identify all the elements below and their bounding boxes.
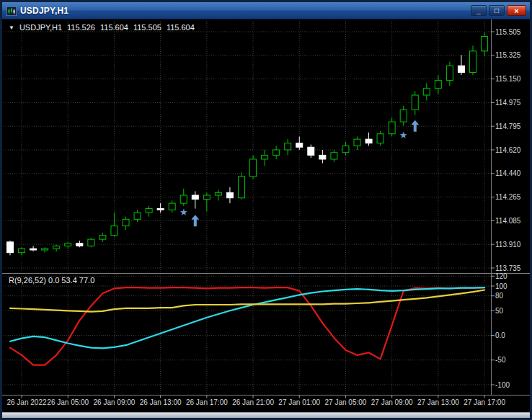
chart-body: ★★26 Jan 202226 Jan 05:0026 Jan 09:0026 … bbox=[2, 19, 530, 412]
svg-text:113.735: 113.735 bbox=[495, 264, 521, 272]
svg-text:114.975: 114.975 bbox=[495, 99, 521, 107]
svg-text:26 Jan 21:00: 26 Jan 21:00 bbox=[232, 398, 274, 406]
svg-text:26 Jan 13:00: 26 Jan 13:00 bbox=[140, 398, 182, 406]
window-title-bar[interactable]: USDJPY,H1 _ □ × bbox=[2, 2, 530, 19]
restore-button[interactable]: □ bbox=[489, 5, 505, 16]
candlesticks bbox=[7, 32, 488, 255]
svg-text:114.265: 114.265 bbox=[495, 193, 521, 201]
minimize-button[interactable]: _ bbox=[471, 5, 487, 16]
svg-text:27 Jan 17:00: 27 Jan 17:00 bbox=[464, 398, 505, 406]
indicator-lines bbox=[10, 287, 484, 365]
close-button[interactable]: × bbox=[507, 5, 526, 16]
svg-text:26 Jan 2022: 26 Jan 2022 bbox=[6, 398, 46, 406]
buy-star-signal: ★ bbox=[179, 207, 188, 218]
svg-text:26 Jan 09:00: 26 Jan 09:00 bbox=[94, 398, 136, 406]
svg-text:27 Jan 01:00: 27 Jan 01:00 bbox=[278, 398, 320, 406]
svg-text:100: 100 bbox=[495, 282, 507, 290]
symbol-dropdown-marker[interactable]: ▼ bbox=[9, 24, 14, 31]
svg-text:0.0: 0.0 bbox=[495, 331, 505, 339]
window-bottom-edge bbox=[2, 412, 530, 418]
grid-lines bbox=[4, 21, 491, 396]
svg-text:114.085: 114.085 bbox=[495, 217, 521, 225]
svg-text:115.325: 115.325 bbox=[495, 51, 521, 59]
svg-text:114.620: 114.620 bbox=[495, 146, 521, 154]
svg-text:120: 120 bbox=[495, 272, 507, 280]
window-title: USDJPY,H1 bbox=[20, 6, 68, 16]
svg-text:27 Jan 13:00: 27 Jan 13:00 bbox=[417, 398, 459, 406]
chart-window: USDJPY,H1 _ □ × ★★26 Jan 202226 Jan 05:0… bbox=[0, 0, 532, 420]
svg-text:80: 80 bbox=[495, 292, 504, 300]
window-controls: _ □ × bbox=[471, 5, 526, 16]
buy-star-signal: ★ bbox=[399, 130, 408, 140]
svg-text:113.910: 113.910 bbox=[495, 241, 521, 249]
chart-canvas[interactable]: ★★26 Jan 202226 Jan 05:0026 Jan 09:0026 … bbox=[2, 19, 530, 412]
svg-text:114.795: 114.795 bbox=[495, 122, 521, 130]
svg-text:-50: -50 bbox=[495, 356, 506, 364]
svg-text:114.440: 114.440 bbox=[495, 169, 521, 177]
svg-text:50: 50 bbox=[495, 307, 504, 315]
svg-text:26 Jan 05:00: 26 Jan 05:00 bbox=[47, 398, 89, 406]
buy-arrow-signal bbox=[411, 120, 419, 132]
svg-text:115.150: 115.150 bbox=[495, 75, 521, 83]
svg-text:27 Jan 09:00: 27 Jan 09:00 bbox=[371, 398, 413, 406]
chart-icon bbox=[6, 6, 17, 15]
yellow-line bbox=[10, 290, 484, 312]
svg-text:115.505: 115.505 bbox=[495, 28, 521, 36]
svg-text:26 Jan 17:00: 26 Jan 17:00 bbox=[186, 398, 228, 406]
svg-text:-100: -100 bbox=[495, 381, 510, 389]
axis-labels: 26 Jan 202226 Jan 05:0026 Jan 09:0026 Ja… bbox=[6, 28, 520, 407]
svg-text:27 Jan 05:00: 27 Jan 05:00 bbox=[325, 398, 367, 406]
